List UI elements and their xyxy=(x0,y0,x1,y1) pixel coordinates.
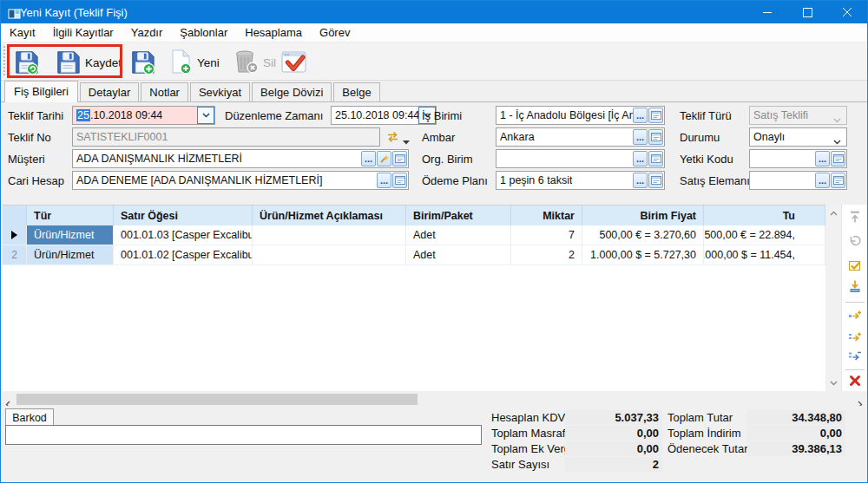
add-detail-line-icon[interactable] xyxy=(847,308,863,323)
grid-row-1-qty[interactable]: 7 xyxy=(511,225,582,245)
apply-campaign-icon[interactable] xyxy=(847,258,863,273)
cari-hesap-lookup-button[interactable]: ... xyxy=(377,173,391,188)
grid-vertical-scrollbar[interactable] xyxy=(825,205,841,391)
yetki-kodu-detail-button[interactable] xyxy=(831,151,845,166)
tab-belge-dovizi[interactable]: Belge Dövizi xyxy=(252,82,332,101)
ambar-detail-button[interactable] xyxy=(648,129,663,145)
grid-row-1-tur[interactable]: Ürün/Hizmet xyxy=(27,225,114,245)
minimize-button[interactable] xyxy=(747,1,787,23)
yetki-kodu-lookup-button[interactable]: ... xyxy=(815,151,830,166)
org-birim-detail-button[interactable] xyxy=(648,151,663,166)
approve-button[interactable] xyxy=(280,49,307,77)
teklif-no-label: Teklif No xyxy=(8,131,51,144)
barkod-input[interactable] xyxy=(5,425,482,445)
cari-hesap-detail-button[interactable] xyxy=(392,173,407,188)
durumu-chevron-icon[interactable] xyxy=(833,135,841,147)
grid-row-2[interactable]: 2 Ürün/Hizmet 001.01.02 [Casper Excalibu… xyxy=(3,245,825,265)
scroll-up-icon[interactable] xyxy=(825,208,841,218)
tab-fis-bilgileri[interactable]: Fiş Bilgileri xyxy=(4,81,78,102)
grid-row-1-item[interactable]: 001.01.03 [Casper Excalibur … xyxy=(114,225,253,245)
hscroll-thumb[interactable] xyxy=(16,394,418,405)
grid-header-aciklama[interactable]: Ürün/Hizmet Açıklaması xyxy=(253,206,406,225)
grid-row-1-total[interactable]: 3.500,00 € = 22.894, xyxy=(704,225,825,245)
grid-header-tur[interactable]: Tür xyxy=(27,206,114,225)
musteri-field[interactable]: ADA DANIŞMANLIK HİZMETLERİ ... xyxy=(72,149,409,168)
org-birim-lookup-button[interactable]: ... xyxy=(633,151,648,166)
grid-row-1-desc[interactable] xyxy=(253,225,406,245)
odeme-plani-lookup-button[interactable]: ... xyxy=(633,173,648,188)
teklif-tarihi-dropdown[interactable] xyxy=(197,107,214,124)
new-page-icon xyxy=(169,49,193,77)
menu-ilgili-kayitlar[interactable]: İlgili Kayıtlar xyxy=(44,23,122,42)
musteri-lookup-button[interactable]: ... xyxy=(361,151,376,166)
is-birimi-detail-button[interactable] xyxy=(648,108,663,123)
grid-header-selector xyxy=(3,206,27,225)
grid-row-2-qty[interactable]: 2 xyxy=(511,245,582,264)
grid-horizontal-scrollbar[interactable] xyxy=(1,393,867,406)
duzenleme-zamani-field[interactable]: 25.10.2018 09:44 xyxy=(331,106,437,125)
grid-row-1-unit[interactable]: Adet xyxy=(406,225,511,245)
ambar-field[interactable]: Ankara ... xyxy=(496,127,665,147)
is-birimi-field[interactable]: 1 - İç Anadolu Bölgesi [İç Anad ... xyxy=(496,106,665,125)
durumu-combo[interactable]: Onaylı xyxy=(749,127,847,147)
move-detail-line-icon[interactable] xyxy=(847,349,863,364)
grid-row-1-selector[interactable] xyxy=(3,225,27,245)
grid-row-1-price[interactable]: 500,00 € = 3.270,60 xyxy=(582,225,704,245)
grid-row-2-selector[interactable]: 2 xyxy=(3,245,27,264)
maximize-button[interactable] xyxy=(787,1,827,23)
cari-hesap-field[interactable]: ADA DENEME [ADA DANIŞMANLIK HİZMETLERİ] … xyxy=(72,171,409,190)
menu-kayit[interactable]: Kayıt xyxy=(1,23,44,42)
is-birimi-label: İş Birimi xyxy=(422,109,462,122)
odeme-plani-detail-button[interactable] xyxy=(648,173,663,188)
teklif-tarihi-field[interactable]: 25.10.2018 09:44 xyxy=(72,106,215,125)
menu-yazdir[interactable]: Yazdır xyxy=(122,23,172,42)
menu-gorev[interactable]: Görev xyxy=(311,23,358,42)
odeme-plani-field[interactable]: 1 peşin 6 taksit ... xyxy=(496,171,665,190)
musteri-detail-button[interactable] xyxy=(392,151,407,166)
tab-barkod[interactable]: Barkod xyxy=(5,408,54,426)
tab-belge[interactable]: Belge xyxy=(333,82,379,101)
grid-header-miktar[interactable]: Miktar xyxy=(511,206,582,225)
teklif-tarihi-selected: 25 xyxy=(76,109,90,121)
grid-side-toolbar xyxy=(841,205,867,391)
insert-row-below-icon[interactable] xyxy=(847,278,863,294)
delete-line-icon[interactable] xyxy=(847,373,863,388)
grid-row-2-desc[interactable] xyxy=(253,245,406,264)
satis-elemani-lookup-button[interactable]: ... xyxy=(815,173,830,188)
grid-header-tutar[interactable]: Tu xyxy=(704,206,825,225)
grid-row-2-item[interactable]: 001.01.02 [Casper Excalibur … xyxy=(114,245,253,264)
numbering-icon[interactable] xyxy=(385,131,400,147)
satis-elemani-field[interactable]: ... xyxy=(749,171,847,190)
tabstrip: Fiş Bilgileri Detaylar Notlar Sevkiyat B… xyxy=(1,81,867,102)
ambar-lookup-button[interactable]: ... xyxy=(633,129,648,145)
is-birimi-lookup-button[interactable]: ... xyxy=(633,108,648,123)
yetki-kodu-field[interactable]: ... xyxy=(749,149,847,168)
scroll-down-icon[interactable] xyxy=(825,378,841,388)
grid-row-1[interactable]: Ürün/Hizmet 001.01.03 [Casper Excalibur … xyxy=(3,225,825,245)
menu-sablonlar[interactable]: Şablonlar xyxy=(171,23,236,42)
satis-elemani-detail-button[interactable] xyxy=(831,173,845,188)
numbering-dropdown-icon[interactable] xyxy=(403,133,410,148)
musteri-wizard-button[interactable] xyxy=(377,151,391,166)
grid-row-2-tur[interactable]: Ürün/Hizmet xyxy=(27,245,114,264)
titlebar: Yeni Kayıt (Teklif Fişi) xyxy=(1,1,867,23)
add-alternative-line-icon[interactable] xyxy=(847,330,863,345)
save-new-button[interactable] xyxy=(129,49,155,77)
ambar-value: Ankara xyxy=(496,131,535,143)
grid-row-2-unit[interactable]: Adet xyxy=(406,245,511,264)
toplam-masraf-value: 0,00 xyxy=(565,426,662,441)
new-button-label: Yeni xyxy=(197,56,220,69)
grid-header-satir-ogesi[interactable]: Satır Öğesi xyxy=(114,206,253,225)
new-button[interactable]: Yeni xyxy=(169,49,220,77)
tab-notlar[interactable]: Notlar xyxy=(141,82,188,101)
tab-sevkiyat[interactable]: Sevkiyat xyxy=(190,82,250,101)
grid-row-2-total[interactable]: 2.000,00 $ = 11.454, xyxy=(704,245,825,264)
org-birim-field[interactable]: ... xyxy=(496,149,665,168)
cari-hesap-value: ADA DENEME [ADA DANIŞMANLIK HİZMETLERİ] xyxy=(73,174,355,186)
tab-detaylar[interactable]: Detaylar xyxy=(80,82,139,101)
close-button[interactable] xyxy=(827,1,867,23)
grid-header-birim-paket[interactable]: Birim/Paket xyxy=(406,206,511,225)
menu-hesaplama[interactable]: Hesaplama xyxy=(236,23,311,42)
grid-row-2-price[interactable]: 1.000,00 $ = 5.727,30 xyxy=(582,245,704,264)
grid-header-birim-fiyat[interactable]: Birim Fiyat xyxy=(582,206,704,225)
